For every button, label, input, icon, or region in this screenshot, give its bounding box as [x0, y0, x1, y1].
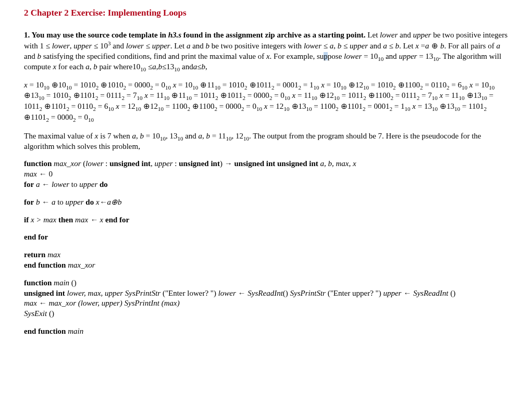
chapter-heading: 2 Chapter 2 Exercise: Implementing Loops [24, 7, 508, 19]
problem-statement: 1. You may use the source code template … [24, 30, 508, 72]
pseudo-line: return max end function max_xor [24, 250, 508, 271]
result-paragraph: The maximal value of x is 7 when a, b = … [24, 131, 508, 152]
document-page: 2 Chapter 2 Exercise: Implementing Loops… [0, 0, 532, 416]
xor-expansion: x = 1010 ⊕1010 = 10102 ⊕10102 = 00002 = … [24, 80, 508, 123]
pseudocode-block: function max_xor (lower : unsigned int, … [24, 159, 508, 336]
pseudo-line: for b ← a to upper do x←a⊕b [24, 197, 508, 208]
pseudo-line: end for [24, 232, 508, 243]
pseudo-line: end function main [24, 326, 508, 337]
highlighted-char: p [324, 52, 328, 60]
pseudo-line: function main () unsigned int lower, max… [24, 278, 508, 319]
pseudo-line: function max_xor (lower : unsigned int, … [24, 159, 508, 190]
pseudo-line: if x > max then max ← x end for [24, 215, 508, 225]
